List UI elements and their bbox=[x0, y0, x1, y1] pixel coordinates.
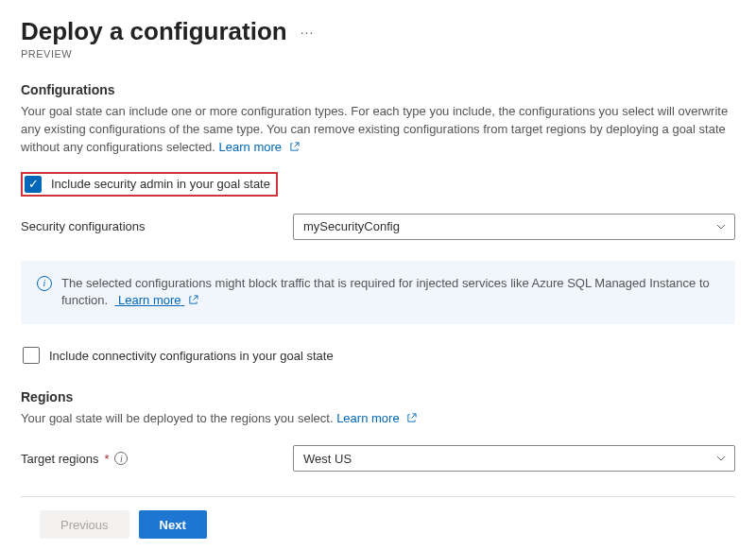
security-configurations-value: mySecurityConfig bbox=[303, 219, 400, 233]
target-regions-label-text: Target regions bbox=[21, 452, 98, 466]
include-security-checkbox-row[interactable]: ✓ Include security admin in your goal st… bbox=[21, 172, 278, 197]
regions-learn-more-label: Learn more bbox=[336, 411, 399, 425]
security-info-box: i The selected configurations might bloc… bbox=[21, 261, 735, 325]
include-security-label: Include security admin in your goal stat… bbox=[51, 177, 270, 191]
external-link-icon bbox=[289, 142, 300, 152]
required-asterisk: * bbox=[104, 452, 109, 466]
page-title: Deploy a configuration bbox=[21, 17, 287, 46]
info-icon[interactable]: i bbox=[114, 452, 128, 465]
regions-help-text: Your goal state will be deployed to the … bbox=[21, 411, 334, 425]
regions-help: Your goal state will be deployed to the … bbox=[21, 410, 735, 428]
external-link-icon bbox=[188, 295, 198, 305]
security-configurations-dropdown[interactable]: mySecurityConfig bbox=[293, 214, 735, 240]
security-configurations-label: Security configurations bbox=[21, 219, 293, 233]
chevron-down-icon bbox=[715, 453, 727, 464]
next-button[interactable]: Next bbox=[139, 510, 207, 539]
include-security-checkbox[interactable]: ✓ bbox=[25, 176, 42, 193]
target-regions-dropdown[interactable]: West US bbox=[293, 445, 735, 472]
check-icon: ✓ bbox=[28, 178, 39, 190]
configurations-help-text: Your goal state can include one or more … bbox=[21, 104, 728, 154]
include-connectivity-label: Include connectivity configurations in y… bbox=[49, 349, 334, 363]
configurations-learn-more-label: Learn more bbox=[219, 140, 282, 154]
security-info-learn-more-link[interactable]: Learn more bbox=[114, 293, 198, 307]
footer-divider bbox=[21, 496, 735, 497]
target-regions-label: Target regions * i bbox=[21, 452, 293, 466]
include-connectivity-checkbox[interactable] bbox=[23, 347, 40, 364]
info-icon: i bbox=[37, 276, 52, 291]
regions-learn-more-link[interactable]: Learn more bbox=[336, 411, 417, 425]
regions-heading: Regions bbox=[21, 389, 735, 404]
include-connectivity-checkbox-row[interactable]: Include connectivity configurations in y… bbox=[21, 345, 339, 366]
configurations-learn-more-link[interactable]: Learn more bbox=[219, 140, 300, 154]
more-actions-icon[interactable]: ··· bbox=[301, 25, 315, 40]
chevron-down-icon bbox=[715, 221, 727, 232]
configurations-heading: Configurations bbox=[21, 82, 735, 97]
previous-button: Previous bbox=[40, 510, 129, 539]
target-regions-value: West US bbox=[303, 452, 352, 466]
security-info-learn-more-label: Learn more bbox=[118, 293, 180, 307]
preview-badge: PREVIEW bbox=[21, 48, 735, 60]
configurations-help: Your goal state can include one or more … bbox=[21, 103, 735, 157]
external-link-icon bbox=[406, 413, 417, 423]
